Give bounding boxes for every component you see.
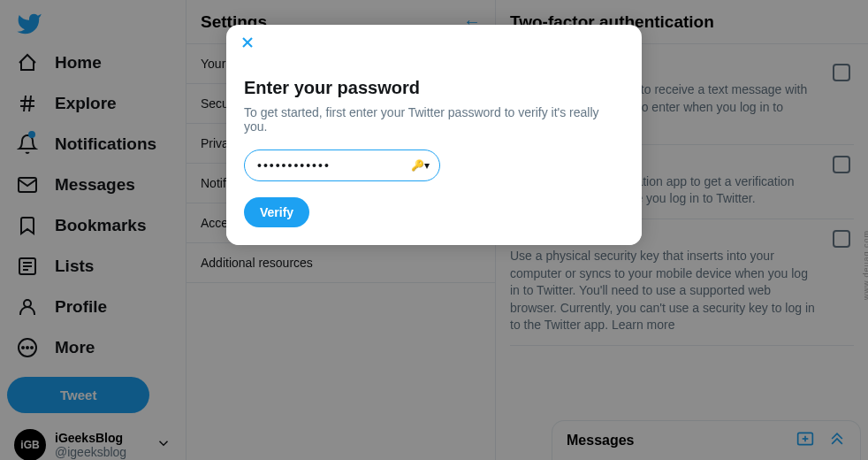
modal-scrim[interactable]: Enter your password To get started, firs… bbox=[0, 0, 868, 460]
password-modal: Enter your password To get started, firs… bbox=[226, 25, 642, 245]
password-field-wrap: 🔑▾ bbox=[244, 150, 440, 181]
close-icon[interactable] bbox=[239, 39, 256, 54]
modal-description: To get started, first enter your Twitter… bbox=[244, 105, 624, 134]
modal-header bbox=[226, 25, 642, 64]
key-icon[interactable]: 🔑▾ bbox=[411, 159, 430, 172]
verify-button[interactable]: Verify bbox=[244, 197, 309, 227]
modal-body: Enter your password To get started, firs… bbox=[226, 60, 642, 245]
modal-title: Enter your password bbox=[244, 78, 624, 98]
